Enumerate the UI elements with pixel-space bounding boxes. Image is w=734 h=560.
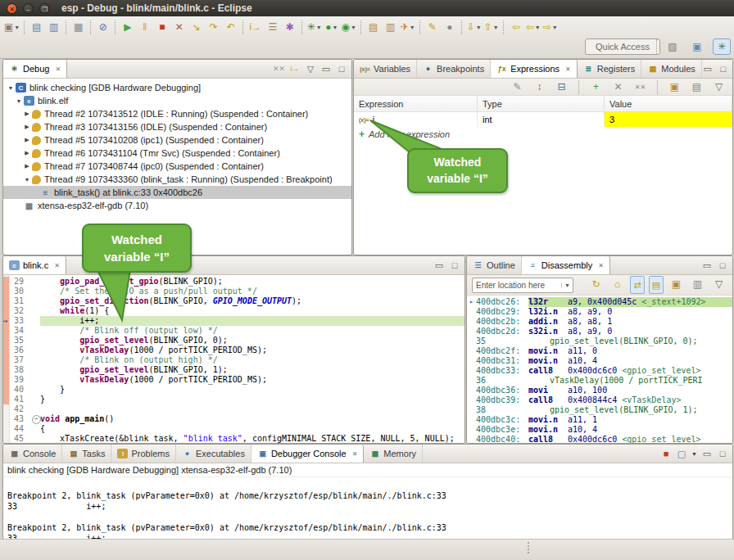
tree-expand-icon[interactable]: ▶ [23, 137, 31, 143]
close-tab-icon[interactable]: ✕ [352, 450, 358, 458]
add-new-expression-row[interactable]: + Add new expression [354, 127, 732, 142]
show-source-icon[interactable]: ▤ [649, 276, 664, 294]
debug-tree-item[interactable]: ▶Thread #6 1073431104 (Tmr Svc) (Suspend… [3, 147, 351, 160]
disassembly-line[interactable]: 400dbc39:call80x400844c4 <vTaskDelay> [467, 395, 732, 405]
layout-view-icon[interactable]: ▤ [688, 79, 705, 95]
dropdown-arrow-icon[interactable]: ▼ [14, 25, 20, 30]
tab-debugger-console[interactable]: ▣Debugger Console✕ [251, 445, 364, 463]
debug-tree-item[interactable]: ▶Thread #7 1073408744 (ipc0) (Suspended … [3, 160, 351, 173]
dropdown-arrow-icon[interactable]: ▼ [316, 25, 322, 30]
debug-tree-item[interactable]: ≡blink_task() at blink.c:33 0x400dbc26 [3, 186, 351, 199]
code-line-32[interactable]: 32 while(1) { [3, 306, 464, 316]
layout-view-icon[interactable]: ▥ [689, 276, 706, 292]
use-step-filters-icon[interactable]: ✱ [281, 19, 298, 35]
minimize-window-button[interactable]: – [23, 3, 34, 14]
next-annotation-icon[interactable]: ⇩▼ [465, 19, 483, 35]
column-header-value[interactable]: Value [605, 96, 732, 111]
tab-tasks[interactable]: ▤Tasks [62, 445, 111, 463]
tree-expand-icon[interactable]: ▼ [23, 177, 31, 183]
terminate-icon[interactable]: ■ [153, 19, 170, 35]
view-instruction-stepping-mode-icon[interactable]: i→ [289, 65, 301, 73]
disassembly-line[interactable]: 400dbc3c:movi.na11, 1 [467, 415, 732, 425]
dropdown-arrow-icon[interactable]: ▼ [332, 25, 338, 30]
tree-expand-icon[interactable]: ▼ [15, 98, 23, 104]
view-remove-all-terminated-icon[interactable]: ✕✕ [273, 65, 285, 73]
location-combo[interactable]: Enter location here ▼ [472, 278, 573, 293]
view-menu-icon[interactable]: ▽ [710, 276, 727, 292]
view-view-menu-icon[interactable]: ▽ [305, 64, 316, 75]
code-line-41[interactable]: 41} [3, 395, 464, 404]
code-editor[interactable]: 29 gpio_pad_select_gpio(BLINK_GPIO);30 /… [3, 275, 464, 444]
dropdown-arrow-icon[interactable]: ▼ [552, 25, 558, 30]
disassembly-line[interactable]: 400dbc33:call80x400dc6c0 <gpio_set_level… [467, 366, 732, 376]
debug-tree-item[interactable]: ▼Cblink checking [GDB Hardware Debugging… [3, 81, 351, 94]
code-text[interactable]: { [40, 424, 464, 434]
code-text[interactable]: gpio_pad_select_gpio(BLINK_GPIO); [40, 277, 464, 287]
tree-expand-icon[interactable]: ▶ [23, 150, 31, 156]
dropdown-arrow-icon[interactable]: ▼ [691, 451, 697, 457]
debug-tree-item[interactable]: ▦xtensa-esp32-elf-gdb (7.10) [3, 199, 351, 212]
code-line-30[interactable]: 30 /* Set the GPIO as a push/pull output… [3, 287, 464, 296]
close-tab-icon[interactable]: ✕ [565, 65, 571, 73]
skip-all-breakpoints-icon[interactable]: ⊘ [94, 19, 111, 35]
close-tab-icon[interactable]: ✕ [598, 262, 604, 269]
build-icon[interactable]: ▦ [70, 19, 87, 35]
external-tools-icon[interactable]: ◉▼ [340, 19, 357, 35]
code-line-38[interactable]: 38 gpio_set_level(BLINK_GPIO, 1); [3, 365, 464, 375]
dropdown-arrow-icon[interactable]: ▼ [476, 25, 482, 30]
tree-expand-icon[interactable]: ▼ [7, 85, 15, 91]
view-minimize-icon[interactable]: ▭ [433, 260, 445, 271]
tab-registers[interactable]: ≣Registers [578, 60, 641, 78]
dropdown-arrow-icon[interactable]: ▼ [535, 25, 541, 30]
debug-icon[interactable]: ✳▼ [306, 19, 323, 35]
code-text[interactable]: xTaskCreate(&blink_task, "blink_task", c… [40, 434, 464, 444]
close-tab-icon[interactable]: ✕ [54, 262, 60, 269]
instruction-stepping-icon[interactable]: i→ [247, 19, 264, 35]
code-line-45[interactable]: 45 xTaskCreate(&blink_task, "blink_task"… [3, 434, 464, 444]
code-text[interactable]: gpio_set_level(BLINK_GPIO, 1); [40, 365, 464, 375]
code-text[interactable]: i++; [40, 316, 464, 326]
step-into-icon[interactable]: ↘ [188, 19, 205, 35]
code-text[interactable]: /* Blink on (output high) */ [40, 355, 464, 365]
add-expression-icon[interactable]: + [587, 79, 605, 95]
code-line-29[interactable]: 29 gpio_pad_select_gpio(BLINK_GPIO); [3, 277, 464, 287]
code-line-36[interactable]: 36 vTaskDelay(1000 / portTICK_PERIOD_MS)… [3, 345, 464, 355]
code-line-37[interactable]: 37 /* Blink on (output high) */ [3, 355, 464, 365]
resume-icon[interactable]: ▶ [119, 19, 136, 35]
previous-annotation-icon[interactable]: ⇧▼ [483, 19, 500, 35]
show-type-names-icon[interactable]: ✎ [509, 79, 526, 95]
new-disassembly-view-icon[interactable]: ▣ [668, 276, 685, 292]
view-maximize-icon[interactable]: □ [717, 260, 728, 270]
code-text[interactable]: vTaskDelay(1000 / portTICK_PERIOD_MS); [40, 345, 464, 355]
expression-cell[interactable]: (x)=i [354, 112, 478, 127]
dropdown-arrow-icon[interactable]: ▼ [351, 25, 356, 30]
tab-breakpoints[interactable]: ●Breakpoints [417, 60, 491, 78]
collapse-all-icon[interactable]: ⊟ [553, 79, 570, 95]
dropdown-arrow-icon[interactable]: ▼ [493, 25, 499, 30]
tab-expressions[interactable]: ƒxExpressions✕ [491, 60, 578, 78]
disassembly-line[interactable]: 400dbc40:call80x400dc6c0 <gpio_set_level… [467, 435, 732, 444]
view-maximize-icon[interactable]: □ [449, 260, 460, 270]
disassembly-line[interactable]: 400dbc29:l32i.na8, a9, 0 [467, 307, 732, 317]
sync-with-active-frame-icon[interactable]: ⇄ [630, 276, 645, 294]
console-output[interactable]: Breakpoint 2, blink_task (pvParameter=0x… [3, 477, 732, 540]
value-cell[interactable]: 3 [605, 112, 732, 127]
disconnect-icon[interactable]: ✕ [170, 19, 188, 35]
expression-row[interactable]: (x)=iint3 [354, 112, 732, 127]
code-text[interactable]: vTaskDelay(1000 / portTICK_PERIOD_MS); [40, 375, 464, 385]
disassembly-line[interactable]: 400dbc2d:s32i.na8, a9, 0 [467, 327, 732, 336]
code-text[interactable]: void app_main() [40, 414, 464, 424]
tab-debug[interactable]: ✳Debug✕ [3, 60, 67, 78]
step-over-icon[interactable]: ↷ [205, 19, 222, 35]
view-maximize-icon[interactable]: □ [718, 64, 729, 74]
refresh-view-icon[interactable]: ↻ [587, 276, 605, 292]
tab-modules[interactable]: ▤Modules [641, 60, 702, 78]
disassembly-line[interactable]: 38gpio_set_level(BLINK_GPIO, 1); [467, 405, 732, 415]
disassembly-line[interactable]: 400dbc2f:movi.na11, 0 [467, 346, 732, 356]
code-line-43[interactable]: 43−void app_main() [3, 414, 464, 424]
remove-all-expressions-icon[interactable]: ✕✕ [632, 79, 649, 95]
debug-tree-item[interactable]: ▶Thread #3 1073413156 (IDLE) (Suspended … [3, 120, 351, 133]
fold-collapse-icon[interactable]: − [32, 415, 41, 424]
open-task-icon[interactable]: ▤ [365, 19, 382, 35]
code-line-31[interactable]: 31 gpio_set_direction(BLINK_GPIO, GPIO_M… [3, 296, 464, 306]
